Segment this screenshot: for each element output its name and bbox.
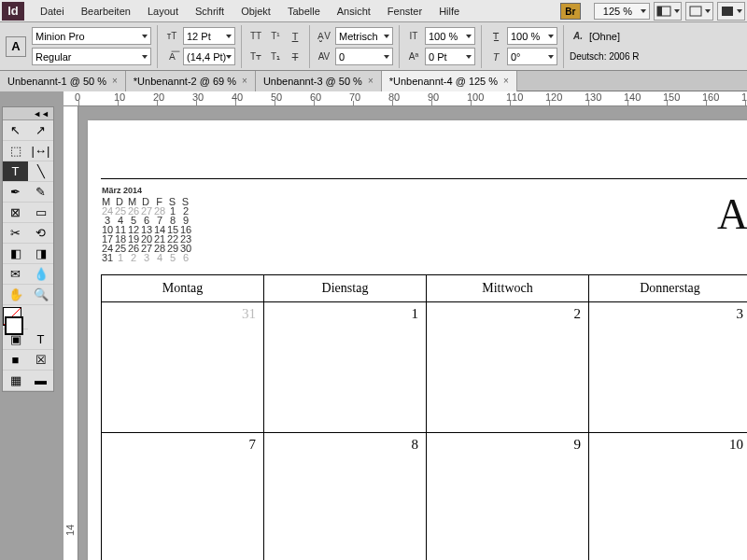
page-tool[interactable]: ⬚ [3, 141, 28, 161]
language-label: Deutsch: 2006 R [570, 51, 640, 62]
rectangle-tool[interactable]: ▭ [28, 203, 53, 223]
strike-icon[interactable]: T [287, 49, 303, 65]
calendar-table: MontagDienstagMittwochDonnerstag31123789… [101, 274, 747, 560]
font-style-select[interactable]: Regular [32, 48, 151, 65]
preview-view-icon[interactable]: ▬ [28, 371, 53, 391]
svg-rect-1 [657, 7, 662, 16]
document-tab[interactable]: Unbenannt-3 @ 50 %× [256, 71, 382, 91]
menu-datei[interactable]: Datei [32, 0, 73, 22]
toolbox-collapse-icon[interactable]: ◄◄ [3, 107, 53, 120]
skew-input[interactable]: 0° [507, 48, 557, 65]
superscript-icon[interactable]: T¹ [267, 28, 284, 45]
direct-selection-tool[interactable]: ↗ [28, 120, 53, 141]
baseline-icon: Aª [405, 49, 422, 65]
horizontal-ruler: 0102030405060708090100110120130140150160… [63, 91, 747, 106]
vscale-icon: IT [405, 28, 422, 45]
smallcaps-icon[interactable]: Tᴛ [247, 49, 264, 65]
underline-icon[interactable]: T [287, 28, 303, 45]
calendar-cell: 8 [264, 433, 427, 561]
page-title: April 2014 [717, 189, 747, 239]
free-transform-tool[interactable]: ⟲ [28, 223, 53, 244]
menu-bar: Id DateiBearbeitenLayoutSchriftObjektTab… [0, 0, 747, 22]
canvas[interactable]: März 2014MDMDFSS242526272812345678910111… [78, 106, 747, 560]
kerning-input[interactable]: Metrisch [335, 27, 393, 45]
scissors-tool[interactable]: ✂ [3, 223, 28, 244]
font-size-input[interactable]: 12 Pt [183, 27, 235, 45]
document-tabs: Unbenannt-1 @ 50 %×*Unbenannt-2 @ 69 %×U… [0, 71, 747, 91]
tab-close-icon[interactable]: × [242, 71, 247, 91]
control-bar: A Minion Pro Regular тT12 Pt A͞(14,4 Pt)… [0, 22, 747, 71]
zoom-select[interactable]: 125 % [594, 3, 650, 20]
document-tab[interactable]: Unbenannt-1 @ 50 %× [0, 71, 126, 91]
menu-layout[interactable]: Layout [139, 0, 187, 22]
skew-icon: T [487, 49, 504, 65]
vertical-ruler: 14 [63, 106, 78, 560]
hscale-input[interactable]: 100 % [507, 27, 557, 45]
tab-close-icon[interactable]: × [368, 71, 374, 91]
char-mode-button[interactable]: A [6, 36, 26, 57]
tab-close-icon[interactable]: × [112, 71, 118, 91]
calendar-header: Montag [102, 275, 264, 302]
hand-tool[interactable]: ✋ [3, 285, 28, 305]
calendar-cell: 7 [102, 433, 264, 561]
calendar-header: Dienstag [264, 275, 427, 302]
zoom-tool[interactable]: 🔍 [28, 285, 53, 305]
menu-tabelle[interactable]: Tabelle [279, 0, 329, 22]
type-tool[interactable]: T [3, 161, 28, 182]
calendar-cell: 31 [102, 302, 264, 433]
calendar-cell: 3 [589, 302, 748, 433]
calendar-cell: 9 [427, 433, 589, 561]
leading-icon: A͞ [163, 49, 180, 65]
bridge-icon[interactable]: Br [560, 3, 581, 20]
apply-none-icon[interactable]: ☒ [28, 350, 53, 371]
menu-bearbeiten[interactable]: Bearbeiten [73, 0, 139, 22]
selection-tool[interactable]: ↖ [3, 120, 28, 141]
document-page[interactable]: März 2014MDMDFSS242526272812345678910111… [88, 120, 747, 560]
calendar-header: Mittwoch [427, 275, 589, 302]
document-tab[interactable]: *Unbenannt-4 @ 125 %× [382, 71, 517, 91]
menu-objekt[interactable]: Objekt [233, 0, 279, 22]
allcaps-icon[interactable]: TT [247, 28, 264, 45]
tab-close-icon[interactable]: × [503, 71, 509, 91]
eyedropper-tool[interactable]: 💧 [28, 264, 53, 285]
subscript-icon[interactable]: T₁ [267, 49, 284, 65]
leading-input[interactable]: (14,4 Pt) [183, 48, 235, 65]
menu-fenster[interactable]: Fenster [379, 0, 430, 22]
apply-color-icon[interactable]: ■ [3, 350, 28, 371]
document-tab[interactable]: *Unbenannt-2 @ 69 %× [126, 71, 256, 91]
calendar-header: Donnerstag [589, 275, 748, 302]
formatting-container-icon[interactable]: ▣ [3, 329, 28, 350]
gradient-swatch-tool[interactable]: ◧ [3, 244, 28, 264]
kerning-icon: A̮V [316, 28, 332, 45]
charstyle-icon: A. [570, 28, 586, 45]
rectangle-frame-tool[interactable]: ⊠ [3, 203, 28, 223]
toolbox: ◄◄ ↖ ↗ ⬚ |↔| T ╲ ✒ ✎ ⊠ ▭ ✂ ⟲ ◧ ◨ ✉ 💧 ✋ 🔍… [2, 106, 54, 392]
arrange-icon[interactable] [717, 2, 745, 21]
note-tool[interactable]: ✉ [3, 264, 28, 285]
screen-mode-icon[interactable] [685, 2, 713, 21]
line-tool[interactable]: ╲ [28, 161, 53, 182]
charstyle-label: [Ohne] [589, 31, 620, 42]
menu-ansicht[interactable]: Ansicht [329, 0, 379, 22]
view-mode-icon[interactable] [654, 2, 682, 21]
svg-rect-3 [722, 7, 733, 16]
normal-view-icon[interactable]: ▦ [3, 371, 28, 391]
menu-schrift[interactable]: Schrift [187, 0, 233, 22]
font-family-select[interactable]: Minion Pro [32, 27, 151, 45]
pencil-tool[interactable]: ✎ [28, 182, 53, 203]
baseline-input[interactable]: 0 Pt [425, 48, 475, 65]
pen-tool[interactable]: ✒ [3, 182, 28, 203]
calendar-cell: 1 [264, 302, 427, 433]
vscale-input[interactable]: 100 % [425, 27, 475, 45]
hscale-icon: T̲ [487, 28, 504, 45]
svg-rect-2 [690, 7, 701, 16]
calendar-cell: 10 [589, 433, 748, 561]
formatting-text-icon[interactable]: T [28, 329, 53, 350]
gradient-feather-tool[interactable]: ◨ [28, 244, 53, 264]
fill-stroke-swatch[interactable] [3, 305, 28, 329]
menu-hilfe[interactable]: Hilfe [430, 0, 468, 22]
app-logo-icon: Id [2, 2, 24, 21]
tracking-input[interactable]: 0 [335, 48, 393, 65]
mini-calendar: März 2014MDMDFSS242526272812345678910111… [102, 186, 189, 262]
gap-tool[interactable]: |↔| [28, 141, 53, 161]
